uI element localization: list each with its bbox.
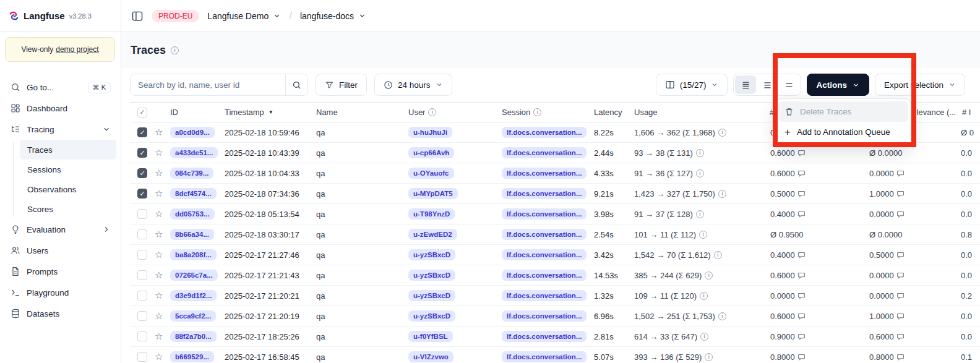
column-visibility-button[interactable]: (15/27) xyxy=(656,74,728,96)
info-icon[interactable]: i xyxy=(533,108,541,116)
row-height-medium-icon[interactable] xyxy=(757,75,778,94)
info-icon[interactable]: i xyxy=(718,312,726,320)
star-icon[interactable]: ☆ xyxy=(155,168,163,179)
sidebar-item-prompts[interactable]: Prompts xyxy=(5,261,116,282)
session-link[interactable]: lf.docs.conversation... xyxy=(502,208,587,220)
user-link[interactable]: u-MYpDAT5 xyxy=(408,188,458,199)
menu-item-add-to-annotation-queue[interactable]: +Add to Annotation Queue xyxy=(778,122,908,142)
user-link[interactable]: u-f0YfBSL xyxy=(408,331,453,342)
header-timestamp[interactable]: Timestamp▼ xyxy=(225,108,316,117)
star-icon[interactable]: ☆ xyxy=(155,127,163,138)
session-link[interactable]: lf.docs.conversation... xyxy=(502,249,587,260)
demo-project-link[interactable]: demo project xyxy=(56,45,98,54)
session-link[interactable]: lf.docs.conversation... xyxy=(502,331,587,342)
menu-item-delete-traces[interactable]: Delete Traces xyxy=(778,101,908,122)
session-link[interactable]: lf.docs.conversation... xyxy=(502,351,587,362)
time-range-button[interactable]: 24 hours xyxy=(374,74,452,96)
select-all-checkbox[interactable]: ✓ xyxy=(137,108,147,117)
row-checkbox[interactable] xyxy=(137,270,147,280)
user-link[interactable]: u-yzSBxcD xyxy=(408,249,455,260)
sidebar-item-go-to[interactable]: Go to...⌘ K xyxy=(5,77,116,98)
header-latency[interactable]: Latency xyxy=(594,108,634,117)
header-relevance[interactable]: relevance (... xyxy=(909,103,956,122)
user-link[interactable]: u-huJhuJi xyxy=(408,127,452,138)
row-height-large-icon[interactable] xyxy=(778,75,799,94)
trace-id-link[interactable]: b669529... xyxy=(170,351,214,362)
header-session[interactable]: Sessioni xyxy=(502,108,594,117)
header-usage[interactable]: Usage xyxy=(634,108,770,117)
trace-id-link[interactable]: dd05753... xyxy=(170,208,215,220)
star-icon[interactable]: ☆ xyxy=(155,270,163,281)
info-icon[interactable]: i xyxy=(428,108,436,116)
info-icon[interactable]: i xyxy=(714,251,722,259)
session-link[interactable]: lf.docs.conversation... xyxy=(502,168,587,179)
row-checkbox[interactable] xyxy=(137,331,147,341)
user-link[interactable]: u-yzSBxcD xyxy=(408,310,455,322)
info-icon[interactable]: i xyxy=(705,271,713,280)
session-link[interactable]: lf.docs.conversation... xyxy=(502,188,587,199)
info-icon[interactable]: i xyxy=(700,333,708,341)
star-icon[interactable]: ☆ xyxy=(155,147,163,158)
info-icon[interactable]: i xyxy=(718,190,726,198)
info-icon[interactable]: i xyxy=(171,46,179,54)
sidebar-item-dashboard[interactable]: Dashboard xyxy=(5,98,116,119)
star-icon[interactable]: ☆ xyxy=(155,229,163,240)
session-link[interactable]: lf.docs.conversation... xyxy=(502,290,587,301)
org-switcher[interactable]: Langfuse Demo xyxy=(207,11,281,21)
star-icon[interactable]: ☆ xyxy=(155,208,163,220)
row-checkbox[interactable]: ✓ xyxy=(137,168,147,178)
star-icon[interactable]: ☆ xyxy=(155,331,163,342)
row-height-small-icon[interactable] xyxy=(735,75,756,94)
trace-id-link[interactable]: a0cd0d9... xyxy=(170,127,215,138)
panel-left-icon[interactable] xyxy=(131,10,144,22)
trace-id-link[interactable]: 07265c7a... xyxy=(170,270,218,281)
info-icon[interactable]: i xyxy=(705,353,713,361)
export-selection-button[interactable]: Export selection xyxy=(875,74,965,96)
trace-id-link[interactable]: 8dcf4574... xyxy=(170,188,217,199)
trace-id-link[interactable]: 8b66a34... xyxy=(170,229,214,240)
session-link[interactable]: lf.docs.conversation... xyxy=(502,147,587,158)
trace-id-link[interactable]: ba8a208f... xyxy=(170,249,217,260)
user-link[interactable]: u-T98YnzD xyxy=(408,208,455,220)
trace-id-link[interactable]: a433de51... xyxy=(170,147,218,158)
header-name[interactable]: Name xyxy=(316,108,408,117)
sidebar-item-playground[interactable]: Playground xyxy=(5,282,116,303)
search-icon[interactable] xyxy=(285,74,307,95)
session-link[interactable]: lf.docs.conversation... xyxy=(502,229,587,240)
header-user[interactable]: Useri xyxy=(408,108,502,117)
trace-id-link[interactable]: 5cca9cf2... xyxy=(170,310,216,322)
search-input[interactable] xyxy=(131,74,285,95)
info-icon[interactable]: i xyxy=(696,149,704,157)
sidebar-item-sessions[interactable]: Sessions xyxy=(20,160,116,179)
star-icon[interactable]: ☆ xyxy=(155,290,163,301)
star-icon[interactable]: ☆ xyxy=(155,188,163,199)
info-icon[interactable]: i xyxy=(696,210,704,218)
star-icon[interactable]: ☆ xyxy=(155,351,163,362)
actions-button[interactable]: Actions xyxy=(807,74,869,96)
row-checkbox[interactable]: ✓ xyxy=(137,148,147,158)
session-link[interactable]: lf.docs.conversation... xyxy=(502,310,587,322)
row-checkbox[interactable]: ✓ xyxy=(137,127,147,137)
sidebar-item-users[interactable]: Users xyxy=(5,240,116,261)
session-link[interactable]: lf.docs.conversation... xyxy=(502,127,587,138)
star-icon[interactable]: ☆ xyxy=(155,310,163,322)
row-checkbox[interactable] xyxy=(137,311,147,321)
row-checkbox[interactable] xyxy=(137,352,147,362)
sidebar-item-traces[interactable]: Traces xyxy=(20,140,116,160)
sidebar-item-evaluation[interactable]: Evaluation xyxy=(5,219,116,240)
info-icon[interactable]: i xyxy=(700,292,708,300)
row-checkbox[interactable] xyxy=(137,229,147,239)
row-checkbox[interactable]: ✓ xyxy=(137,189,147,199)
sidebar-item-datasets[interactable]: Datasets xyxy=(5,303,116,324)
user-link[interactable]: u-yzSBxcD xyxy=(408,290,455,301)
header-id[interactable]: ID xyxy=(170,108,225,117)
user-link[interactable]: u-yzSBxcD xyxy=(408,270,455,281)
info-icon[interactable]: i xyxy=(699,231,707,239)
trace-id-link[interactable]: 084c739... xyxy=(170,168,213,179)
filter-button[interactable]: Filter xyxy=(316,74,367,96)
sidebar-item-scores[interactable]: Scores xyxy=(20,199,116,219)
row-checkbox[interactable] xyxy=(137,291,147,301)
trace-id-link[interactable]: d3e9d1f2... xyxy=(170,290,217,301)
info-icon[interactable]: i xyxy=(718,129,726,137)
user-link[interactable]: u-OYauofc xyxy=(408,168,454,179)
